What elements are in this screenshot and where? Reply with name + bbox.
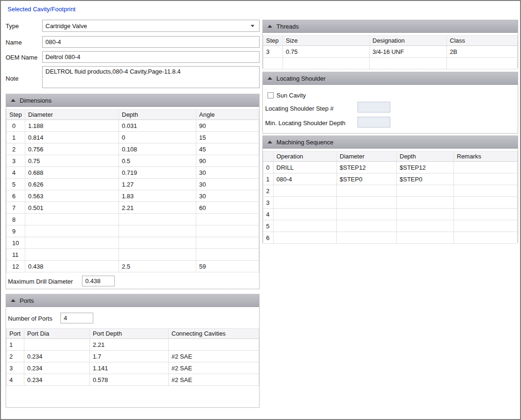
cell-step[interactable]: 11 bbox=[7, 249, 25, 261]
cell-diameter[interactable] bbox=[25, 214, 119, 225]
cell-operation[interactable] bbox=[274, 197, 337, 209]
cell-depth[interactable]: 0 bbox=[119, 132, 196, 143]
min-locating-shoulder-depth-input[interactable] bbox=[357, 117, 390, 128]
cell-angle[interactable] bbox=[196, 237, 259, 249]
cell-diameter[interactable]: 0.501 bbox=[25, 202, 119, 214]
cell-diameter[interactable] bbox=[25, 249, 119, 261]
cell-port[interactable]: 1 bbox=[7, 339, 24, 351]
cell-angle[interactable]: 15 bbox=[196, 132, 259, 143]
cell-depth[interactable] bbox=[119, 225, 196, 237]
cell-angle[interactable] bbox=[196, 249, 259, 261]
cell-angle[interactable]: 45 bbox=[196, 143, 259, 155]
cell-remarks[interactable] bbox=[454, 209, 518, 220]
cell-depth[interactable] bbox=[119, 249, 196, 261]
cell-step[interactable]: 12 bbox=[7, 261, 25, 272]
threads-section-header[interactable]: Threads bbox=[263, 20, 518, 33]
cell-depth[interactable] bbox=[119, 237, 196, 249]
cell-size[interactable] bbox=[283, 58, 370, 69]
cell-operation[interactable] bbox=[274, 232, 337, 244]
cell-depth[interactable] bbox=[397, 232, 454, 244]
cell-depth[interactable]: 1.27 bbox=[119, 179, 196, 190]
cell-depth[interactable]: 0.719 bbox=[119, 167, 196, 179]
cell-angle[interactable] bbox=[196, 214, 259, 225]
cell-depth[interactable] bbox=[397, 185, 454, 197]
cell-operation[interactable] bbox=[274, 220, 337, 232]
max-drill-input[interactable] bbox=[82, 276, 115, 286]
oem-name-input[interactable] bbox=[42, 51, 260, 63]
cell-diameter[interactable] bbox=[337, 232, 397, 244]
cell-diameter[interactable]: $STEP0 bbox=[337, 173, 397, 185]
cell-operation[interactable] bbox=[274, 185, 337, 197]
cell-remarks[interactable] bbox=[454, 197, 518, 209]
cell-depth[interactable]: 0.108 bbox=[119, 143, 196, 155]
cell-angle[interactable]: 90 bbox=[196, 120, 259, 132]
cell-designation[interactable] bbox=[370, 58, 447, 69]
cell-step[interactable] bbox=[263, 58, 283, 69]
cell-port-dia[interactable] bbox=[24, 339, 90, 351]
cell-step[interactable]: 6 bbox=[7, 190, 25, 202]
cell-angle[interactable]: 30 bbox=[196, 179, 259, 190]
cell-depth[interactable] bbox=[119, 214, 196, 225]
machining-sequence-section-header[interactable]: Machining Sequence bbox=[263, 136, 518, 149]
cell-rownum[interactable]: 6 bbox=[263, 232, 274, 244]
cell-rownum[interactable]: 0 bbox=[263, 162, 274, 173]
cell-depth[interactable] bbox=[397, 209, 454, 220]
cell-angle[interactable]: 30 bbox=[196, 167, 259, 179]
cell-port[interactable]: 3 bbox=[7, 362, 24, 374]
cell-angle[interactable] bbox=[196, 225, 259, 237]
cell-rownum[interactable]: 4 bbox=[263, 209, 274, 220]
cell-remarks[interactable] bbox=[454, 232, 518, 244]
cell-angle[interactable]: 60 bbox=[196, 202, 259, 214]
cell-diameter[interactable]: 0.563 bbox=[25, 190, 119, 202]
cell-step[interactable]: 0 bbox=[7, 120, 25, 132]
cell-depth[interactable]: $STEP0 bbox=[397, 173, 454, 185]
cell-angle[interactable]: 30 bbox=[196, 190, 259, 202]
cell-depth[interactable]: $STEP12 bbox=[397, 162, 454, 173]
cell-depth[interactable] bbox=[397, 197, 454, 209]
type-dropdown[interactable]: Cartridge Valve bbox=[42, 20, 260, 32]
cell-remarks[interactable] bbox=[454, 162, 518, 173]
dimensions-section-header[interactable]: Dimensions bbox=[6, 94, 259, 107]
cell-depth[interactable]: 2.21 bbox=[119, 202, 196, 214]
cell-rownum[interactable]: 5 bbox=[263, 220, 274, 232]
cell-port-dia[interactable]: 0.234 bbox=[24, 351, 90, 362]
sun-cavity-checkbox[interactable] bbox=[268, 92, 274, 98]
cell-diameter[interactable]: $STEP12 bbox=[337, 162, 397, 173]
number-of-ports-input[interactable] bbox=[60, 313, 93, 323]
cell-diameter[interactable]: 0.626 bbox=[25, 179, 119, 190]
cell-port[interactable]: 2 bbox=[7, 351, 24, 362]
cell-diameter[interactable] bbox=[337, 220, 397, 232]
cell-step[interactable]: 4 bbox=[7, 167, 25, 179]
cell-rownum[interactable]: 2 bbox=[263, 185, 274, 197]
cell-port[interactable]: 4 bbox=[7, 374, 24, 386]
cell-diameter[interactable] bbox=[337, 185, 397, 197]
cell-step[interactable]: 9 bbox=[7, 225, 25, 237]
cell-rownum[interactable]: 1 bbox=[263, 173, 274, 185]
cell-step[interactable]: 10 bbox=[7, 237, 25, 249]
cell-depth[interactable]: 0.5 bbox=[119, 155, 196, 167]
cell-connecting[interactable]: #2 SAE bbox=[169, 362, 259, 374]
cell-port-dia[interactable]: 0.234 bbox=[24, 374, 90, 386]
cell-step[interactable]: 3 bbox=[263, 46, 283, 58]
cell-port-depth[interactable]: 1.141 bbox=[90, 362, 169, 374]
note-input[interactable]: DELTROL fluid products,080-4 Cavity,Page… bbox=[42, 66, 260, 88]
cell-size[interactable]: 0.75 bbox=[283, 46, 370, 58]
cell-class[interactable] bbox=[447, 58, 518, 69]
cell-diameter[interactable] bbox=[25, 237, 119, 249]
cell-depth[interactable]: 2.5 bbox=[119, 261, 196, 272]
cell-port-depth[interactable]: 1.7 bbox=[90, 351, 169, 362]
cell-angle[interactable]: 90 bbox=[196, 155, 259, 167]
cell-diameter[interactable]: 0.814 bbox=[25, 132, 119, 143]
cell-angle[interactable]: 59 bbox=[196, 261, 259, 272]
cell-step[interactable]: 7 bbox=[7, 202, 25, 214]
locating-shoulder-step-input[interactable] bbox=[357, 102, 390, 112]
cell-connecting[interactable] bbox=[169, 339, 259, 351]
cell-diameter[interactable] bbox=[25, 225, 119, 237]
cell-diameter[interactable] bbox=[337, 197, 397, 209]
cell-connecting[interactable]: #2 SAE bbox=[169, 351, 259, 362]
cell-remarks[interactable] bbox=[454, 220, 518, 232]
cell-depth[interactable]: 0.031 bbox=[119, 120, 196, 132]
cell-remarks[interactable] bbox=[454, 173, 518, 185]
cell-step[interactable]: 3 bbox=[7, 155, 25, 167]
cell-depth[interactable]: 1.83 bbox=[119, 190, 196, 202]
